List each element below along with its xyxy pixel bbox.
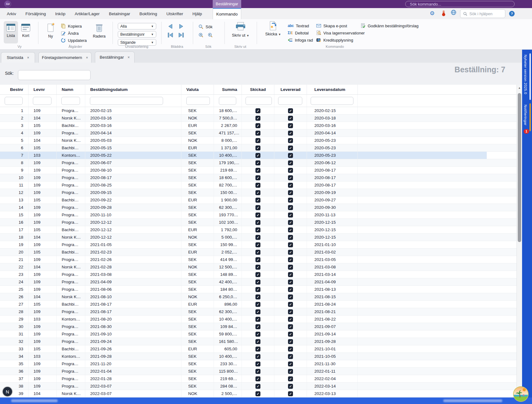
skickad-checkbox[interactable]: ✓ — [255, 339, 260, 344]
column-header-namn[interactable]: Namn — [57, 85, 85, 94]
skickad-checkbox[interactable]: ✓ — [255, 280, 260, 285]
table-row[interactable]: 1109Progra…2020-02-15SEK18 600,…✓✓2020-0… — [0, 107, 516, 114]
table-row[interactable]: 6105Bachbi…2020-05-15EUR1 371,00✓✓2020-0… — [0, 144, 516, 152]
levererad-checkbox[interactable]: ✓ — [288, 108, 293, 113]
vertical-scrollbar[interactable]: ▲ — [516, 85, 522, 397]
menu-item-hjalp[interactable]: Hjälp — [191, 11, 204, 16]
levererad-checkbox[interactable]: ✓ — [288, 153, 293, 158]
filter-input-skickad[interactable] — [246, 97, 272, 105]
column-header-levnr[interactable]: Levnr — [29, 85, 57, 94]
skickad-checkbox[interactable]: ✓ — [255, 376, 260, 381]
user-avatar[interactable]: N — [2, 386, 13, 397]
skickad-checkbox[interactable]: ✓ — [255, 369, 260, 374]
filter-input-levererad[interactable] — [278, 97, 302, 105]
skickad-checkbox[interactable]: ✓ — [255, 220, 260, 225]
levererad-checkbox[interactable]: ✓ — [288, 294, 293, 299]
table-row[interactable]: 13105Bachbi…2020-09-22EUR1 900,00✓✓2020-… — [0, 196, 516, 204]
levererad-checkbox[interactable]: ✓ — [288, 138, 293, 143]
table-row[interactable]: 18104Norsk K…2020-12-12NOK5 000,…✓✓2020-… — [0, 234, 516, 241]
skickad-checkbox[interactable]: ✓ — [255, 183, 260, 188]
notifications-tab[interactable]: Notifieringar — [522, 103, 532, 131]
godkann-bestallningsforslag-button[interactable]: Godkänn beställningsförslag — [361, 23, 419, 29]
column-header-levererad[interactable]: Levererad — [274, 85, 307, 94]
help-icon[interactable]: ? — [509, 11, 515, 16]
globe-icon[interactable] — [451, 10, 456, 16]
table-row[interactable]: 5104Norsk K…2020-05-03NOK8 000,…✓✓2020-0… — [0, 137, 516, 144]
skicka-button[interactable]: ✶ Skicka ▼ — [262, 21, 284, 36]
skickad-checkbox[interactable]: ✓ — [255, 160, 260, 165]
levererad-checkbox[interactable]: ✓ — [288, 146, 293, 150]
column-header-bestnr[interactable]: Bestnr — [0, 85, 29, 94]
table-row[interactable]: 20105Bachbi…2021-02-23EUR2 052,…✓✓2021-0… — [0, 249, 516, 256]
scroll-up-icon[interactable]: ▲ — [518, 86, 521, 89]
visa-lagerreservationer-button[interactable]: Visa lagerreservationer — [316, 30, 365, 36]
search-next-button[interactable] — [207, 32, 213, 38]
column-header-leveransdatum[interactable]: Leveransdatum — [307, 85, 358, 94]
levererad-checkbox[interactable]: ✓ — [288, 317, 293, 322]
table-row[interactable]: 12109Progra…2020-09-15SEK150 00…✓✓2020-0… — [0, 189, 516, 196]
filter-input-summa[interactable] — [219, 97, 236, 105]
levererad-checkbox[interactable]: ✓ — [288, 213, 293, 218]
textrad-button[interactable]: abc Textrad — [288, 23, 309, 29]
levererad-checkbox[interactable]: ✓ — [288, 220, 293, 225]
kopiera-button[interactable]: Kopiera — [61, 23, 82, 29]
levererad-checkbox[interactable]: ✓ — [288, 257, 293, 262]
table-row[interactable]: 16109Progra…2020-12-12SEK102 100…✓✓2020-… — [0, 219, 516, 226]
table-row[interactable]: 32109Progra…2021-09-24SEK161 580…✓✓2021-… — [0, 338, 516, 345]
skickad-checkbox[interactable]: ✓ — [255, 123, 260, 128]
uppdatera-button[interactable]: Uppdatera — [61, 37, 87, 43]
levererad-checkbox[interactable]: ✓ — [288, 384, 293, 389]
skickad-checkbox[interactable]: ✓ — [255, 257, 260, 262]
filter-input-valuta[interactable] — [186, 97, 210, 105]
search-previous-button[interactable] — [198, 32, 204, 38]
table-row[interactable]: 33105Bachbi…2021-09-26EUR605,00✓✓2021-10… — [0, 345, 516, 353]
news-version-tab[interactable]: Nyheter version 2025.0 — [522, 53, 532, 100]
levererad-checkbox[interactable]: ✓ — [288, 309, 293, 314]
close-icon[interactable]: × — [128, 55, 130, 60]
andra-button[interactable]: Ändra — [61, 30, 79, 36]
levererad-checkbox[interactable]: ✓ — [288, 123, 293, 128]
skickad-checkbox[interactable]: ✓ — [255, 332, 260, 337]
levererad-checkbox[interactable]: ✓ — [288, 369, 293, 374]
table-row[interactable]: 14109Progra…2020-09-28SEK62 300,…✓✓2020-… — [0, 204, 516, 211]
skickad-checkbox[interactable]: ✓ — [255, 198, 260, 203]
table-row[interactable]: 22104Norsk K…2021-02-28NOK12 500,…✓✓2021… — [0, 263, 516, 271]
skickad-checkbox[interactable]: ✓ — [255, 108, 260, 113]
levererad-checkbox[interactable]: ✓ — [288, 175, 293, 180]
radera-button[interactable]: Radera — [91, 21, 108, 43]
table-row[interactable]: 7103Kontors…2020-05-22SEK10 400,…✓✓2020-… — [0, 152, 516, 159]
column-header-summa[interactable]: Summa — [214, 85, 242, 94]
levererad-checkbox[interactable]: ✓ — [288, 227, 293, 232]
first-record-button[interactable] — [166, 32, 175, 38]
skickad-checkbox[interactable]: ✓ — [255, 302, 260, 307]
sok-button[interactable]: Sök — [198, 24, 212, 30]
skickad-checkbox[interactable]: ✓ — [255, 138, 260, 143]
menu-item-arkiv[interactable]: Arkiv — [5, 11, 18, 16]
tab-kommando[interactable]: Kommando — [213, 8, 241, 19]
skickad-checkbox[interactable]: ✓ — [255, 190, 260, 195]
table-row[interactable]: 8109Progra…2020-06-07SEK179 190,…✓✓2020-… — [0, 159, 516, 167]
table-row[interactable]: 36109Progra…2022-01-04SEK115 800…✓✓2022-… — [0, 368, 516, 375]
table-row[interactable]: 9109Progra…2020-08-10SEK219 69…✓✓2020-08… — [0, 167, 516, 174]
table-row[interactable]: 28109Progra…2021-08-17SEK62 300,…✓✓2021-… — [0, 308, 516, 316]
table-row[interactable]: 2104Norsk K…2020-03-16NOK7 500,0…✓✓2020-… — [0, 114, 516, 122]
gear-icon[interactable]: ⚙ — [430, 10, 435, 16]
levererad-checkbox[interactable]: ✓ — [288, 339, 293, 344]
levererad-checkbox[interactable]: ✓ — [288, 235, 293, 240]
levererad-checkbox[interactable]: ✓ — [288, 205, 293, 210]
skickad-checkbox[interactable]: ✓ — [255, 361, 260, 366]
levererad-checkbox[interactable]: ✓ — [288, 354, 293, 359]
table-row[interactable]: 37109Progra…2022-01-28SEK219 69…✓✓2022-0… — [0, 375, 516, 383]
table-row[interactable]: 3105Bachbi…2020-03-16EUR2 267,00✓✓2020-0… — [0, 122, 516, 129]
levererad-checkbox[interactable]: ✓ — [288, 376, 293, 381]
skickad-checkbox[interactable]: ✓ — [255, 146, 260, 150]
column-header-skickad[interactable]: Skickad — [242, 85, 274, 94]
vacation-island-icon[interactable] — [513, 386, 529, 402]
levererad-checkbox[interactable]: ✓ — [288, 183, 293, 188]
levererad-checkbox[interactable]: ✓ — [288, 332, 293, 337]
filter-input-levnr[interactable] — [33, 97, 51, 105]
filter-input-namn[interactable] — [61, 97, 80, 105]
skickad-checkbox[interactable]: ✓ — [255, 309, 260, 314]
thermometer-icon[interactable] — [443, 10, 445, 15]
menu-item-utskrifter[interactable]: Utskrifter — [165, 11, 185, 16]
